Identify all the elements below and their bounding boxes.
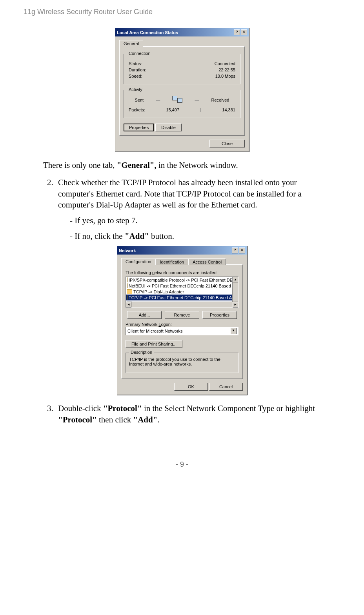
help-button[interactable]: ? (234, 29, 240, 35)
horizontal-scrollbar[interactable]: ◄► (126, 302, 238, 308)
packets-received: 14,331 (222, 107, 235, 112)
speed-value: 10.0 Mbps (215, 74, 235, 78)
description-group: TCP/IP is the protocol you use to connec… (126, 353, 238, 373)
description-text: TCP/IP is the protocol you use to connec… (129, 357, 235, 366)
text-general-tab: There is only one tab, "General", in the… (43, 160, 321, 171)
received-label: Received (211, 98, 229, 102)
page-header: 11g Wireless Security Router User Guide (24, 8, 340, 16)
scroll-left-icon[interactable]: ◄ (126, 302, 131, 308)
add-button[interactable]: Add... (127, 311, 162, 319)
protocol-icon (127, 295, 127, 300)
close-button[interactable]: × (241, 29, 247, 35)
list-item[interactable]: NetBEUI -> PCI Fast Ethernet DECchip 211… (126, 283, 238, 289)
list-item[interactable]: TCP/IP -> Dial-Up Adapter (126, 289, 238, 295)
ok-button[interactable]: OK (174, 383, 208, 391)
connection-status-dialog: Local Area Connection Status ? × General… (115, 28, 249, 152)
help-button[interactable]: ? (232, 247, 238, 253)
network-dialog: Network ? × ConfigurationIdentificationA… (117, 246, 247, 395)
chevron-down-icon[interactable]: ▼ (230, 328, 237, 334)
vertical-scrollbar[interactable]: ▲ (232, 277, 238, 302)
close-dialog-button[interactable]: Close (209, 140, 245, 147)
tab-access-control[interactable]: Access Control (188, 258, 226, 265)
step-2-sub-yes: - If yes, go to step 7. (70, 215, 340, 226)
file-print-sharing-button[interactable]: File and Print Sharing... (126, 340, 182, 348)
activity-group: Sent — — Received Packets: 15,497 | 14,3… (124, 90, 240, 118)
packets-sent: 15,497 (166, 107, 179, 112)
step-3: 3. Double-click "Protocol" in the Select… (47, 403, 329, 425)
scroll-up-icon[interactable]: ▲ (233, 277, 238, 282)
logon-combo[interactable]: Client for Microsoft Networks ▼ (126, 327, 238, 335)
connection-group: Status:Connected Duration:22:22:55 Speed… (124, 54, 240, 84)
dialog-title: Local Area Connection Status (117, 30, 178, 35)
protocol-icon (127, 289, 132, 294)
scroll-right-icon[interactable]: ► (233, 302, 238, 308)
logon-label: Primary Network Logon: (126, 322, 238, 327)
protocol-icon (127, 283, 127, 288)
disable-button[interactable]: Disable (155, 124, 182, 131)
close-button[interactable]: × (239, 247, 245, 253)
dialog-titlebar: Local Area Connection Status ? × (115, 28, 249, 36)
sent-label: Sent (135, 98, 144, 102)
packets-label: Packets: (129, 107, 145, 112)
duration-label: Duration: (129, 67, 146, 72)
components-label: The following network components are ins… (126, 270, 238, 275)
status-value: Connected (215, 61, 235, 66)
duration-value: 22:22:55 (218, 67, 235, 72)
properties-button[interactable]: Properties (124, 124, 154, 131)
properties-button[interactable]: Properties (202, 311, 237, 319)
step-2-sub-no: - If no, click the "Add" button. (70, 231, 340, 242)
cancel-button[interactable]: Cancel (209, 383, 243, 391)
speed-label: Speed: (129, 74, 142, 78)
tab-general[interactable]: General (119, 40, 143, 47)
list-item-selected[interactable]: TCP/IP -> PCI Fast Ethernet DECchip 2114… (126, 295, 238, 300)
dialog-title: Network (119, 248, 136, 253)
step-2: 2. Check whether the TCP/IP Protocol has… (47, 177, 329, 210)
components-listbox[interactable]: IPX/SPX-compatible Protocol -> PCI Fast … (126, 277, 238, 308)
tab-identification[interactable]: Identification (155, 258, 188, 265)
page-number: - 9 - (24, 460, 340, 469)
protocol-icon (127, 277, 127, 282)
remove-button[interactable]: Remove (165, 311, 199, 319)
tab-configuration[interactable]: Configuration (121, 258, 155, 265)
network-icon (172, 96, 182, 104)
dialog-titlebar: Network ? × (117, 246, 247, 255)
status-label: Status: (129, 61, 142, 66)
list-item[interactable]: IPX/SPX-compatible Protocol -> PCI Fast … (126, 277, 238, 283)
